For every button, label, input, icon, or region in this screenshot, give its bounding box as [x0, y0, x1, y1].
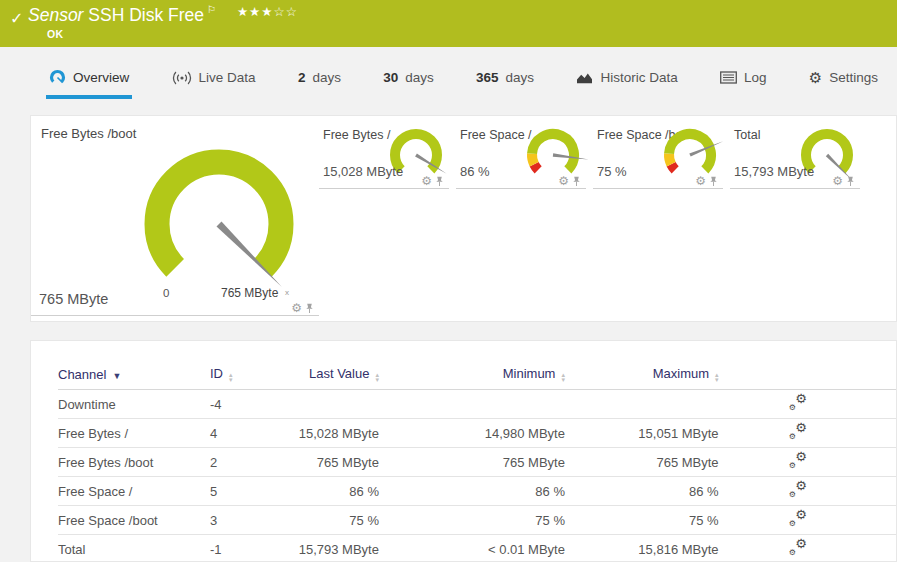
- gauge-scale-max: 765 MByte: [221, 286, 278, 300]
- channel-settings-gears-icon[interactable]: ⚙⚙: [788, 511, 807, 527]
- gauge-value: 15,028 MByte: [323, 164, 403, 179]
- gauge-title: Total: [734, 128, 760, 142]
- channel-row: Downtime-4⚙⚙: [58, 390, 896, 419]
- gauge-pin-icon[interactable]: [572, 176, 581, 187]
- channel-name: Free Bytes /: [58, 419, 210, 448]
- channel-settings-cell: ⚙⚙: [719, 448, 896, 477]
- sort-arrows-icon: ▴▾: [715, 372, 719, 382]
- minimum-value: 14,980 MByte: [379, 419, 565, 448]
- gauge-icon: [49, 69, 66, 86]
- gauge-scale-min: 0: [163, 287, 169, 299]
- channel-settings-gears-icon[interactable]: ⚙⚙: [788, 395, 807, 411]
- channel-name: Downtime: [58, 390, 210, 419]
- maximum-value: [565, 390, 719, 419]
- column-header-last-value[interactable]: Last Value▴▾: [299, 359, 379, 390]
- page-title: Sensor SSH Disk Free⚐ ★★★☆☆: [28, 4, 298, 26]
- sort-arrows-icon: ▴▾: [229, 372, 233, 382]
- gauge-gear-icon[interactable]: ⚙: [695, 175, 706, 187]
- prtg-sensor-page: ✓ Sensor SSH Disk Free⚐ ★★★☆☆ OK Overvie…: [0, 0, 897, 562]
- status-badge: OK: [47, 28, 63, 40]
- column-header-maximum[interactable]: Maximum▴▾: [565, 359, 719, 390]
- minimum-value: 75 %: [379, 506, 565, 535]
- gauge-value: 86 %: [460, 164, 490, 179]
- last-value: 86 %: [299, 477, 379, 506]
- channel-settings-gears-icon[interactable]: ⚙⚙: [788, 424, 807, 440]
- gauge-gear-icon[interactable]: ⚙: [421, 175, 432, 187]
- minimum-value: 765 MByte: [379, 448, 565, 477]
- channel-settings-gears-icon[interactable]: ⚙⚙: [788, 482, 807, 498]
- sort-arrows-icon: ▴▾: [375, 372, 379, 382]
- channel-name: Total: [58, 535, 210, 562]
- sensor-header: ✓ Sensor SSH Disk Free⚐ ★★★☆☆ OK: [0, 0, 897, 47]
- gauge-pin-icon[interactable]: [435, 176, 444, 187]
- gauge-widget[interactable]: Free Space /86 %⚙: [456, 116, 586, 189]
- channel-settings-cell: ⚙⚙: [719, 506, 896, 535]
- maximum-value: 75 %: [565, 506, 719, 535]
- gauge-value: 75 %: [597, 164, 627, 179]
- channel-settings-gears-icon[interactable]: ⚙⚙: [788, 540, 807, 556]
- overview-card: Free Bytes /boot x 0 765 MByte 765 MByte…: [30, 115, 897, 322]
- last-value: 15,793 MByte: [299, 535, 379, 562]
- channel-id: 4: [210, 419, 299, 448]
- column-header-id[interactable]: ID▴▾: [210, 359, 299, 390]
- channel-id: -1: [210, 535, 299, 562]
- gauge-widget[interactable]: Free Space /boot75 %⚙: [593, 116, 723, 189]
- primary-gauge-widget[interactable]: Free Bytes /boot x 0 765 MByte 765 MByte…: [31, 116, 319, 316]
- last-value: 75 %: [299, 506, 379, 535]
- tab-2-days[interactable]: 2days: [295, 62, 344, 99]
- flag-icon[interactable]: ⚐: [207, 4, 216, 15]
- minimum-value: 86 %: [379, 477, 565, 506]
- sort-arrows-icon: ▴▾: [561, 372, 565, 382]
- tab-30-days[interactable]: 30days: [380, 62, 437, 99]
- gauge-value: 15,793 MByte: [734, 164, 814, 179]
- channel-settings-cell: ⚙⚙: [719, 419, 896, 448]
- gauge-widget[interactable]: Free Bytes /15,028 MByte⚙: [319, 116, 449, 189]
- sort-desc-icon: ▼: [112, 371, 121, 381]
- channel-id: -4: [210, 390, 299, 419]
- tab-historic-data[interactable]: Historic Data: [573, 62, 680, 99]
- channel-row: Free Space /586 %86 %86 %⚙⚙: [58, 477, 896, 506]
- gauge-widget[interactable]: Total15,793 MByte⚙: [730, 116, 860, 189]
- column-header-channel[interactable]: Channel▼: [58, 359, 210, 390]
- gauge-tools: ⚙: [291, 302, 314, 314]
- gauge-tools: ⚙: [558, 175, 581, 187]
- channel-name: Free Bytes /boot: [58, 448, 210, 477]
- channel-row: Free Space /boot375 %75 %75 %⚙⚙: [58, 506, 896, 535]
- gauge-gear-icon[interactable]: ⚙: [832, 175, 843, 187]
- gauge-gear-icon[interactable]: ⚙: [558, 175, 569, 187]
- tab-settings[interactable]: ⚙Settings: [806, 62, 881, 99]
- priority-stars[interactable]: ★★★☆☆: [237, 5, 298, 19]
- channel-row: Total-115,793 MByte< 0.01 MByte15,816 MB…: [58, 535, 896, 562]
- channel-name: Free Space /: [58, 477, 210, 506]
- column-header-minimum[interactable]: Minimum▴▾: [379, 359, 565, 390]
- sensor-type-label: Sensor: [28, 5, 83, 25]
- channel-id: 3: [210, 506, 299, 535]
- log-icon: [720, 71, 737, 84]
- gauge-title: Free Bytes /boot: [41, 126, 136, 141]
- status-check-icon: ✓: [10, 9, 23, 28]
- gauge-pin-icon[interactable]: [846, 176, 855, 187]
- last-value: 765 MByte: [299, 448, 379, 477]
- channel-row: Free Bytes /boot2765 MByte765 MByte765 M…: [58, 448, 896, 477]
- needle-tip-mark: x: [285, 288, 289, 297]
- tab-overview[interactable]: Overview: [46, 62, 132, 99]
- column-header-settings: [719, 359, 896, 390]
- maximum-value: 15,816 MByte: [565, 535, 719, 562]
- tab-365-days[interactable]: 365days: [473, 62, 537, 99]
- maximum-value: 86 %: [565, 477, 719, 506]
- primary-gauge-chart: x: [127, 142, 317, 310]
- last-value: 15,028 MByte: [299, 419, 379, 448]
- gauge-pin-icon[interactable]: [305, 303, 314, 314]
- channel-table-card: Channel▼ID▴▾Last Value▴▾Minimum▴▾Maximum…: [30, 340, 897, 562]
- gauge-tools: ⚙: [695, 175, 718, 187]
- tab-live-data[interactable]: Live Data: [169, 62, 259, 99]
- channel-name: Free Space /boot: [58, 506, 210, 535]
- gauge-pin-icon[interactable]: [709, 176, 718, 187]
- gauge-gear-icon[interactable]: ⚙: [291, 302, 302, 314]
- gauge-value: 765 MByte: [39, 291, 108, 307]
- live-data-icon: [172, 71, 192, 85]
- historic-data-icon: [576, 70, 593, 85]
- tab-log[interactable]: Log: [717, 62, 770, 99]
- channel-settings-gears-icon[interactable]: ⚙⚙: [788, 453, 807, 469]
- minimum-value: [379, 390, 565, 419]
